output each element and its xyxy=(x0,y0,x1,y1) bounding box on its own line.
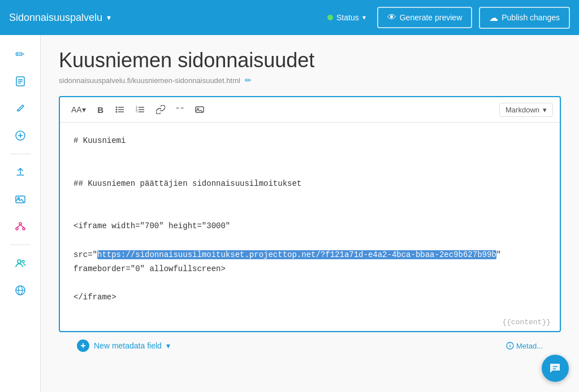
font-size-label: AA xyxy=(71,105,82,114)
sidebar-icon-edit[interactable] xyxy=(8,96,33,121)
layout: ✏ xyxy=(0,35,579,392)
svg-point-11 xyxy=(23,228,25,230)
sidebar-icon-plus[interactable] xyxy=(8,123,33,148)
sidebar-icon-globe[interactable] xyxy=(8,278,33,303)
publish-icon: ☁ xyxy=(489,12,498,23)
sidebar-icon-image[interactable] xyxy=(8,187,33,212)
sidebar-icon-network[interactable] xyxy=(8,214,33,239)
generate-preview-label: Generate preview xyxy=(400,13,463,22)
sidebar-icon-pencil[interactable]: ✏ xyxy=(8,42,33,67)
publish-changes-button[interactable]: ☁ Publish changes xyxy=(479,7,570,29)
status-chevron: ▾ xyxy=(362,14,366,21)
app-title-chevron: ▾ xyxy=(107,13,111,22)
page-title: Kuusniemen sidonnaisuudet xyxy=(59,49,561,72)
svg-text:3.: 3. xyxy=(136,110,138,113)
svg-point-35 xyxy=(509,343,511,345)
publish-changes-label: Publish changes xyxy=(502,13,560,22)
svg-point-9 xyxy=(19,223,21,225)
bottom-bar: + New metadata field ▾ Metad... xyxy=(59,332,561,359)
preview-icon: 👁 xyxy=(387,12,396,23)
chat-icon xyxy=(548,361,562,375)
sidebar-divider-1 xyxy=(10,154,31,154)
metadata-link-icon xyxy=(506,342,514,350)
font-size-button[interactable]: AA ▾ xyxy=(67,102,90,117)
format-chevron: ▾ xyxy=(543,106,547,114)
add-metadata-button[interactable]: + New metadata field ▾ xyxy=(77,339,170,352)
page-url-row: sidonnaisuuspalvelu.fi/kuusniemen-sidonn… xyxy=(59,76,561,85)
status-dot xyxy=(327,15,333,20)
svg-point-23 xyxy=(115,111,117,113)
bold-button[interactable]: B xyxy=(93,102,109,117)
add-metadata-label: New metadata field xyxy=(94,341,162,350)
editor-container: AA ▾ B xyxy=(59,96,561,332)
svg-point-19 xyxy=(115,107,117,108)
svg-point-14 xyxy=(18,260,21,263)
code-line-5: <iframe width="700" height="3000" xyxy=(74,219,546,233)
status-indicator[interactable]: Status ▾ xyxy=(327,13,366,22)
image-button[interactable] xyxy=(191,102,209,117)
link-button[interactable] xyxy=(152,102,170,117)
svg-line-12 xyxy=(17,225,20,228)
app-title-text: Sidonnaisuuspalvelu xyxy=(9,12,102,24)
numbered-list-button[interactable]: 1. 2. 3. xyxy=(131,102,149,117)
editor-area[interactable]: # Kuusniemi ## Kuusniemen päättäjien sid… xyxy=(60,123,560,316)
chat-button[interactable] xyxy=(542,355,569,382)
app-title[interactable]: Sidonnaisuuspalvelu ▾ xyxy=(9,12,111,24)
sidebar-icon-people[interactable] xyxy=(8,251,33,276)
svg-line-13 xyxy=(20,225,24,228)
font-size-chevron: ▾ xyxy=(82,105,86,114)
svg-point-15 xyxy=(22,260,24,263)
highlighted-url: https://sidonnaisuusilmoitukset.projectt… xyxy=(97,250,496,259)
code-line-3: ## Kuusniemen päättäjien sidonnaisuusilm… xyxy=(74,177,546,191)
template-tag: {{content}} xyxy=(60,316,560,331)
top-nav: Sidonnaisuuspalvelu ▾ Status ▾ 👁 Generat… xyxy=(0,0,579,35)
bullet-list-icon xyxy=(115,105,124,114)
code-line-1: # Kuusniemi xyxy=(74,134,546,148)
bold-label: B xyxy=(97,105,103,115)
url-edit-icon[interactable]: ✏ xyxy=(245,76,252,85)
bullet-list-button[interactable] xyxy=(111,102,129,117)
main-content: Kuusniemen sidonnaisuudet sidonnaisuuspa… xyxy=(41,35,579,392)
sidebar-icon-upload[interactable] xyxy=(8,160,33,185)
quote-button[interactable]: " " xyxy=(172,102,188,117)
svg-point-21 xyxy=(115,109,117,111)
svg-point-10 xyxy=(16,228,18,230)
add-metadata-chevron: ▾ xyxy=(166,341,170,350)
sidebar-divider-2 xyxy=(10,245,31,245)
link-icon xyxy=(156,105,165,114)
code-line-6: src="https://sidonnaisuusilmoitukset.pro… xyxy=(74,248,546,276)
status-label: Status xyxy=(336,13,359,22)
generate-preview-button[interactable]: 👁 Generate preview xyxy=(377,7,473,28)
add-metadata-icon: + xyxy=(77,339,89,352)
page-url-text: sidonnaisuuspalvelu.fi/kuusniemen-sidonn… xyxy=(59,76,240,85)
sidebar: ✏ xyxy=(0,35,41,392)
metadata-link[interactable]: Metad... xyxy=(506,342,543,350)
image-insert-icon xyxy=(195,105,204,114)
quote-icon: " " xyxy=(176,106,184,114)
metadata-link-text: Metad... xyxy=(516,342,543,350)
format-select[interactable]: Markdown ▾ xyxy=(499,103,553,117)
format-label: Markdown xyxy=(505,106,539,114)
code-line-7: </iframe> xyxy=(74,290,546,304)
editor-toolbar: AA ▾ B xyxy=(60,97,560,123)
template-tag-text: {{content}} xyxy=(502,318,551,326)
numbered-list-icon: 1. 2. 3. xyxy=(136,105,145,114)
sidebar-icon-document[interactable] xyxy=(8,69,33,94)
